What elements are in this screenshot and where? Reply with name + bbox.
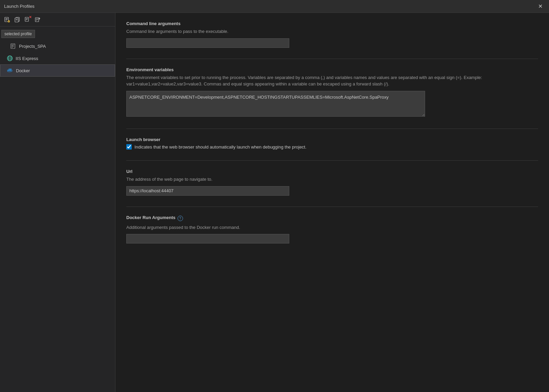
move-profile-icon: [35, 17, 40, 22]
close-button[interactable]: ✕: [535, 2, 545, 11]
sidebar-item-iis-express[interactable]: IIS Express: [0, 52, 115, 64]
section-url: Url The address of the web page to navig…: [126, 169, 538, 196]
divider-2: [126, 129, 538, 129]
svg-rect-19: [11, 44, 15, 48]
docker-run-args-input[interactable]: [126, 234, 289, 243]
copy-profile-button[interactable]: [13, 15, 22, 24]
new-profile-button[interactable]: [3, 15, 12, 24]
docker-icon: [7, 67, 13, 74]
svg-rect-32: [9, 69, 10, 70]
environment-variables-title: Environment variables: [126, 67, 538, 72]
delete-profile-button[interactable]: ✕: [23, 15, 32, 24]
divider-1: [126, 59, 538, 59]
content-area: Command line arguments Command line argu…: [115, 13, 549, 392]
main-layout: ✕ selected profile: [0, 13, 549, 392]
svg-line-34: [12, 70, 13, 71]
command-line-args-title: Command line arguments: [126, 21, 538, 26]
svg-rect-30: [9, 70, 10, 71]
copy-profile-icon: [15, 17, 20, 22]
url-input[interactable]: [126, 186, 289, 196]
sidebar-item-docker[interactable]: Docker: [0, 64, 115, 77]
section-launch-browser: Launch browser Indicates that the web br…: [126, 137, 538, 150]
command-line-args-input[interactable]: [126, 38, 289, 48]
section-docker-run-args: Docker Run Arguments ? Additional argume…: [126, 215, 538, 244]
launch-browser-title: Launch browser: [126, 137, 538, 142]
svg-rect-31: [10, 70, 12, 71]
launch-browser-checkbox[interactable]: [126, 144, 132, 150]
docker-run-args-desc: Additional arguments passed to the Docke…: [126, 224, 538, 231]
divider-3: [126, 160, 538, 161]
divider-4: [126, 207, 538, 207]
move-profile-button[interactable]: [33, 15, 42, 24]
projects-spa-icon: [10, 43, 16, 49]
section-command-line-args: Command line arguments Command line argu…: [126, 21, 538, 48]
window-title: Launch Profiles: [4, 4, 35, 9]
launch-browser-label: Indicates that the web browser should au…: [134, 144, 307, 150]
sidebar-toolbar: ✕: [0, 13, 115, 26]
launch-browser-row: Indicates that the web browser should au…: [126, 144, 538, 150]
url-title: Url: [126, 169, 538, 174]
iis-express-icon: [7, 55, 13, 61]
selected-profile-tooltip: selected profile: [1, 30, 35, 38]
new-profile-icon: [4, 17, 10, 22]
sidebar-list: selected profile Projects_SPA: [0, 26, 115, 392]
docker-run-args-help-icon[interactable]: ?: [178, 216, 183, 221]
environment-variables-input[interactable]: ASPNETCORE_ENVIRONMENT=Development,ASPNE…: [126, 91, 425, 117]
iis-express-label: IIS Express: [16, 56, 38, 61]
environment-variables-desc: The environment variables to set prior t…: [126, 74, 538, 87]
svg-rect-33: [10, 69, 12, 70]
delete-badge-icon: ✕: [29, 16, 32, 19]
section-environment-variables: Environment variables The environment va…: [126, 67, 538, 118]
sidebar-item-projects-spa[interactable]: Projects_SPA: [0, 40, 115, 52]
sidebar: ✕ selected profile: [0, 13, 115, 392]
projects-spa-label: Projects_SPA: [19, 44, 46, 49]
svg-rect-29: [7, 70, 9, 71]
docker-run-args-title-row: Docker Run Arguments ?: [126, 215, 538, 222]
command-line-args-desc: Command line arguments to pass to the ex…: [126, 28, 538, 35]
docker-label: Docker: [16, 68, 30, 73]
title-bar: Launch Profiles ✕: [0, 0, 549, 13]
url-desc: The address of the web page to navigate …: [126, 176, 538, 183]
docker-run-args-title: Docker Run Arguments: [126, 215, 176, 220]
